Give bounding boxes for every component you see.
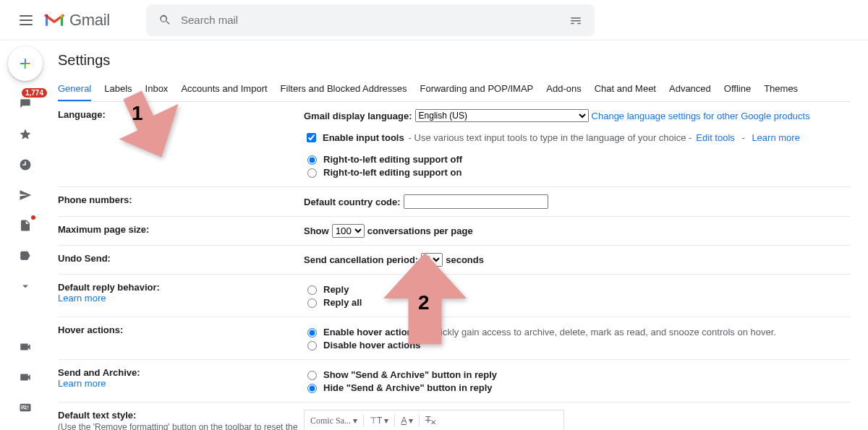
pagesize-select[interactable]: 100 — [332, 224, 365, 238]
tab-addons[interactable]: Add-ons — [546, 79, 581, 101]
left-sidebar: + 1,774 — [0, 40, 51, 430]
sent-nav-icon[interactable] — [14, 184, 37, 207]
notification-dot-icon — [31, 215, 35, 220]
drafts-nav-icon[interactable] — [14, 214, 37, 237]
label-undo: Undo Send: — [58, 246, 304, 275]
hover-disable-radio[interactable] — [307, 341, 317, 351]
enable-input-tools-checkbox[interactable] — [307, 133, 316, 142]
plus-icon: + — [20, 53, 31, 74]
hamburger-icon — [20, 15, 33, 25]
label-pagesize: Maximum page size: — [58, 217, 304, 246]
tab-accounts[interactable]: Accounts and Import — [181, 79, 267, 101]
font-family-dropdown[interactable]: Comic Sa... ▾ — [310, 416, 357, 426]
tab-inbox[interactable]: Inbox — [145, 79, 169, 101]
row-sendarchive: Send and Archive: Learn more Show "Send … — [58, 360, 851, 403]
rtl-on-label: Right-to-left editing support on — [323, 167, 461, 178]
video-solid-icon — [19, 371, 32, 384]
pagesize-suffix: conversations per page — [367, 225, 473, 236]
font-color-dropdown[interactable]: A ▾ — [401, 416, 413, 426]
undo-prefix: Send cancellation period: — [304, 254, 418, 265]
undo-suffix: seconds — [446, 254, 484, 265]
tune-icon — [569, 14, 582, 27]
meet-new-meeting-icon[interactable] — [14, 335, 37, 358]
remove-formatting-button[interactable]: T✕ — [425, 415, 436, 426]
enable-input-tools-label: Enable input tools — [323, 132, 404, 143]
reply-radio[interactable] — [307, 285, 317, 295]
app-name: Gmail — [69, 11, 110, 30]
textstyle-sub: (Use the 'Remove formatting' button on t… — [58, 422, 304, 430]
tab-labels[interactable]: Labels — [104, 79, 132, 101]
settings-table: Language: Gmail display language: Englis… — [58, 102, 851, 430]
label-icon — [19, 249, 32, 262]
enable-input-tools-desc: - Use various text input tools to type i… — [409, 132, 692, 143]
reply-learn-more-link[interactable]: Learn more — [58, 293, 106, 304]
display-language-select[interactable]: English (US) — [415, 109, 589, 122]
font-size-dropdown[interactable]: ⊤T ▾ — [370, 416, 388, 426]
sendarchive-hide-radio[interactable] — [307, 384, 317, 393]
rtl-off-label: Right-to-left editing support off — [323, 154, 462, 165]
compose-button[interactable]: + — [8, 46, 43, 81]
tab-advanced[interactable]: Advanced — [669, 79, 711, 101]
meet-join-icon[interactable] — [14, 366, 37, 389]
tab-forwarding[interactable]: Forwarding and POP/IMAP — [420, 79, 533, 101]
tab-themes[interactable]: Themes — [764, 79, 798, 101]
row-language: Language: Gmail display language: Englis… — [58, 102, 851, 187]
rtl-on-radio[interactable] — [307, 168, 317, 178]
change-language-link[interactable]: Change language settings for other Googl… — [592, 111, 810, 121]
tab-offline[interactable]: Offline — [724, 79, 751, 101]
row-pagesize: Maximum page size: Show 100 conversation… — [58, 217, 851, 246]
input-tools-learn-more-link[interactable]: Learn more — [752, 132, 799, 143]
inbox-nav-icon[interactable]: 1,774 — [14, 93, 37, 116]
sendarchive-show-radio[interactable] — [307, 371, 317, 380]
more-nav-toggle[interactable] — [14, 275, 37, 298]
search-icon — [150, 14, 179, 27]
tab-filters[interactable]: Filters and Blocked Addresses — [281, 79, 407, 101]
default-cc-input[interactable] — [404, 194, 548, 209]
chevron-down-icon — [19, 280, 32, 293]
label-language: Language: — [58, 102, 304, 187]
row-reply: Default reply behavior: Learn more Reply… — [58, 275, 851, 317]
hover-enable-radio[interactable] — [307, 328, 317, 337]
main-menu-button[interactable] — [12, 6, 41, 35]
starred-nav-icon[interactable] — [14, 123, 37, 146]
default-cc-label: Default country code: — [304, 197, 401, 207]
search-options-button[interactable] — [561, 14, 590, 27]
inbox-icon — [19, 98, 32, 111]
file-icon — [19, 219, 32, 232]
tab-general[interactable]: General — [58, 79, 91, 101]
settings-tabs: General Labels Inbox Accounts and Import… — [58, 79, 851, 102]
inbox-unread-badge: 1,774 — [22, 88, 47, 98]
gmail-logo[interactable]: Gmail — [43, 11, 110, 30]
display-language-label: Gmail display language: — [304, 111, 412, 121]
label-sendarchive: Send and Archive: — [58, 367, 140, 378]
label-phone: Phone numbers: — [58, 187, 304, 217]
sendarchive-hide-label: Hide "Send & Archive" button in reply — [323, 382, 493, 393]
keyboard-icon — [19, 401, 32, 414]
label-reply: Default reply behavior: — [58, 282, 160, 293]
sendarchive-show-label: Show "Send & Archive" button in reply — [323, 369, 497, 380]
tab-chat[interactable]: Chat and Meet — [595, 79, 656, 101]
row-hover: Hover actions: Enable hover actions - Qu… — [58, 317, 851, 360]
reply-all-radio[interactable] — [307, 298, 317, 308]
snoozed-nav-icon[interactable] — [14, 153, 37, 176]
status-icon[interactable] — [14, 426, 37, 430]
textstyle-box: Comic Sa... ▾ ⊤T ▾ A ▾ T✕ This is what y… — [304, 410, 564, 430]
hover-enable-desc: - Quickly gain access to archive, delete… — [422, 327, 776, 337]
rtl-off-radio[interactable] — [307, 155, 317, 165]
search-input[interactable] — [179, 13, 561, 27]
star-icon — [19, 128, 32, 141]
gmail-logo-icon — [43, 12, 65, 28]
sendarchive-learn-more-link[interactable]: Learn more — [58, 378, 106, 389]
undo-select[interactable]: 5 — [421, 253, 443, 267]
edit-tools-link[interactable]: Edit tools — [696, 132, 734, 143]
categories-nav-icon[interactable] — [14, 244, 37, 267]
hover-disable-label: Disable hover actions — [323, 340, 420, 351]
row-undo: Undo Send: Send cancellation period: 5 s… — [58, 246, 851, 275]
reply-all-label: Reply all — [323, 297, 362, 308]
hangouts-icon[interactable] — [14, 396, 37, 419]
video-icon — [19, 340, 32, 353]
settings-panel: Settings General Labels Inbox Accounts a… — [51, 40, 868, 430]
clock-icon — [19, 158, 32, 171]
pagesize-show: Show — [304, 225, 329, 236]
search-bar[interactable] — [146, 4, 595, 36]
